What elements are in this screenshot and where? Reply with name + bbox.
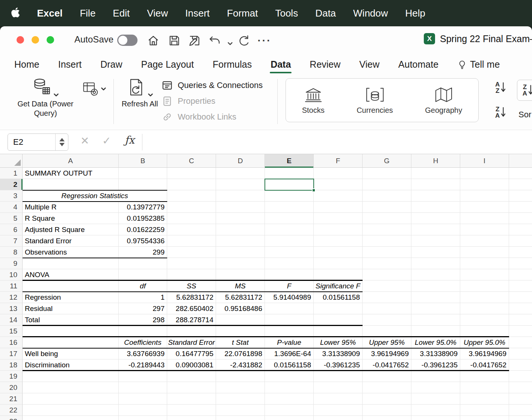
cell-G9[interactable] bbox=[363, 258, 411, 269]
cell-I14[interactable] bbox=[460, 314, 509, 326]
cell-C17[interactable]: 0.16477795 bbox=[167, 348, 216, 359]
cell-H9[interactable] bbox=[411, 258, 460, 269]
cell-C22[interactable] bbox=[167, 405, 216, 416]
row-header-3[interactable]: 3 bbox=[0, 190, 23, 202]
cell-F22[interactable] bbox=[314, 405, 363, 416]
cell-partial-20[interactable] bbox=[509, 382, 532, 393]
cell-C6[interactable] bbox=[167, 224, 216, 235]
cell-partial-5[interactable] bbox=[509, 213, 532, 224]
cell-H22[interactable] bbox=[411, 405, 460, 416]
cell-G7[interactable] bbox=[363, 235, 411, 247]
tab-data[interactable]: Data bbox=[271, 59, 291, 70]
sort-ascending-button[interactable]: AZ bbox=[495, 81, 506, 94]
cancel-button[interactable]: ✕ bbox=[80, 135, 89, 147]
cell-G18[interactable]: -0.0417652 bbox=[363, 359, 411, 371]
queries-connections-button[interactable]: Queries & Connections bbox=[162, 80, 263, 91]
cell-G22[interactable] bbox=[363, 405, 411, 416]
cell-A13[interactable]: Residual bbox=[23, 303, 119, 314]
cell-C14[interactable]: 288.278714 bbox=[167, 314, 216, 326]
cell-B12[interactable]: 1 bbox=[119, 292, 167, 303]
cell-B13[interactable]: 297 bbox=[119, 303, 167, 314]
cell-D23[interactable] bbox=[216, 416, 265, 420]
row-header-9[interactable]: 9 bbox=[0, 258, 23, 269]
col-header-B[interactable]: B bbox=[119, 154, 167, 167]
cell-partial-9[interactable] bbox=[509, 258, 532, 269]
cell-H23[interactable] bbox=[411, 416, 460, 420]
cell-D4[interactable] bbox=[216, 202, 265, 213]
cell-C15[interactable] bbox=[167, 326, 216, 337]
minimize-window-button[interactable] bbox=[32, 36, 39, 44]
cell-C10[interactable] bbox=[167, 269, 216, 281]
cell-I9[interactable] bbox=[460, 258, 509, 269]
cell-A12[interactable]: Regression bbox=[23, 292, 119, 303]
col-header-A[interactable]: A bbox=[23, 154, 119, 167]
row-header-13[interactable]: 13 bbox=[0, 303, 23, 314]
cell-H2[interactable] bbox=[411, 179, 460, 190]
cell-partial-4[interactable] bbox=[509, 202, 532, 213]
cell-partial-13[interactable] bbox=[509, 303, 532, 314]
menu-item-view[interactable]: View bbox=[147, 8, 168, 19]
cell-E2[interactable] bbox=[265, 179, 314, 190]
cell-C20[interactable] bbox=[167, 382, 216, 393]
cell-partial-6[interactable] bbox=[509, 224, 532, 235]
cell-G12[interactable] bbox=[363, 292, 411, 303]
row-header-5[interactable]: 5 bbox=[0, 213, 23, 224]
cell-I4[interactable] bbox=[460, 202, 509, 213]
cell-A9[interactable] bbox=[23, 258, 119, 269]
cell-C1[interactable] bbox=[167, 168, 216, 179]
cell-E5[interactable] bbox=[265, 213, 314, 224]
cell-E12[interactable]: 5.91404989 bbox=[265, 292, 314, 303]
cell-I19[interactable] bbox=[460, 371, 509, 382]
cell-F23[interactable] bbox=[314, 416, 363, 420]
cell-E14[interactable] bbox=[265, 314, 314, 326]
geography-button[interactable]: Geography bbox=[425, 86, 462, 115]
cell-A8[interactable]: Observations bbox=[23, 247, 119, 258]
cell-A17[interactable]: Well being bbox=[23, 348, 119, 359]
cell-C5[interactable] bbox=[167, 213, 216, 224]
cell-I13[interactable] bbox=[460, 303, 509, 314]
row-header-22[interactable]: 22 bbox=[0, 405, 23, 416]
cell-D11[interactable]: MS bbox=[216, 281, 265, 292]
cell-F9[interactable] bbox=[314, 258, 363, 269]
cell-A2[interactable] bbox=[23, 179, 119, 190]
cell-B7[interactable]: 0.97554336 bbox=[119, 235, 167, 247]
cell-F16[interactable]: Lower 95% bbox=[314, 337, 363, 348]
menu-item-edit[interactable]: Edit bbox=[113, 8, 130, 19]
sort-dialog-button[interactable]: ZA bbox=[517, 80, 532, 101]
row-header-10[interactable]: 10 bbox=[0, 269, 23, 281]
cell-F8[interactable] bbox=[314, 247, 363, 258]
cell-G2[interactable] bbox=[363, 179, 411, 190]
col-header-G[interactable]: G bbox=[363, 154, 411, 167]
menu-item-window[interactable]: Window bbox=[353, 8, 388, 19]
cell-D20[interactable] bbox=[216, 382, 265, 393]
cell-D5[interactable] bbox=[216, 213, 265, 224]
tab-automate[interactable]: Automate bbox=[398, 59, 438, 70]
undo-button[interactable] bbox=[207, 33, 222, 48]
menu-item-tools[interactable]: Tools bbox=[275, 8, 298, 19]
tab-page-layout[interactable]: Page Layout bbox=[141, 59, 194, 70]
cell-A6[interactable]: Adjusted R Square bbox=[23, 224, 119, 235]
cell-D14[interactable] bbox=[216, 314, 265, 326]
cell-partial-3[interactable] bbox=[509, 190, 532, 202]
cell-E4[interactable] bbox=[265, 202, 314, 213]
row-header-21[interactable]: 21 bbox=[0, 393, 23, 405]
cell-partial-2[interactable] bbox=[509, 179, 532, 190]
cell-A11[interactable] bbox=[23, 281, 119, 292]
cell-I12[interactable] bbox=[460, 292, 509, 303]
cell-I7[interactable] bbox=[460, 235, 509, 247]
tab-review[interactable]: Review bbox=[310, 59, 340, 70]
cell-C23[interactable] bbox=[167, 416, 216, 420]
cell-E23[interactable] bbox=[265, 416, 314, 420]
cell-E9[interactable] bbox=[265, 258, 314, 269]
cell-G8[interactable] bbox=[363, 247, 411, 258]
cell-partial-16[interactable] bbox=[509, 337, 532, 348]
cell-I17[interactable]: 3.96194969 bbox=[460, 348, 509, 359]
cell-D17[interactable]: 22.0761898 bbox=[216, 348, 265, 359]
row-header-15[interactable]: 15 bbox=[0, 326, 23, 337]
cell-B23[interactable] bbox=[119, 416, 167, 420]
cell-H5[interactable] bbox=[411, 213, 460, 224]
cell-D18[interactable]: -2.431882 bbox=[216, 359, 265, 371]
cell-F15[interactable] bbox=[314, 326, 363, 337]
cell-A7[interactable]: Standard Error bbox=[23, 235, 119, 247]
cell-G20[interactable] bbox=[363, 382, 411, 393]
